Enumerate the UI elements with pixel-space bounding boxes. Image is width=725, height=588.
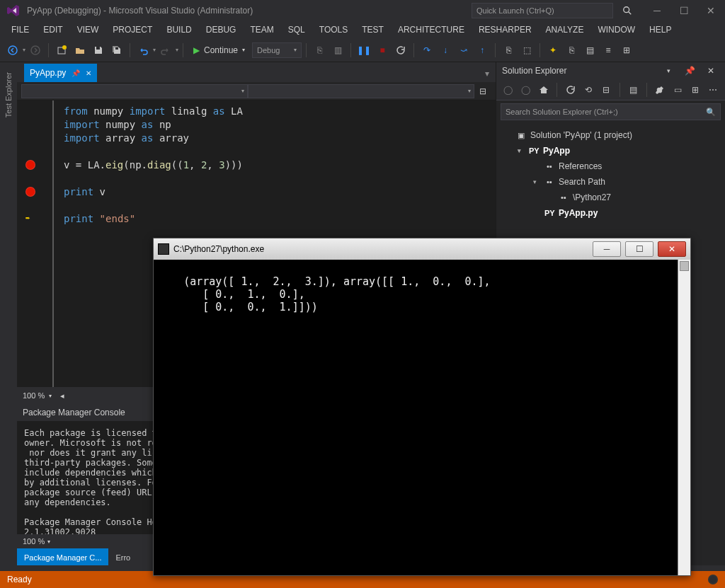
ref-icon: •▪ bbox=[544, 178, 554, 186]
menu-tools[interactable]: TOOLS bbox=[312, 22, 355, 38]
tab-overflow-icon[interactable]: ▾ bbox=[479, 65, 496, 82]
menu-team[interactable]: TEAM bbox=[243, 22, 280, 38]
refresh-icon[interactable] bbox=[563, 81, 578, 98]
preview-icon[interactable]: ▭ bbox=[670, 81, 685, 98]
dropdown-icon[interactable]: ▾ bbox=[660, 62, 677, 79]
close-icon[interactable]: ✕ bbox=[86, 69, 91, 77]
tree-row[interactable]: •▪\Python27 bbox=[499, 190, 722, 205]
step-over-icon[interactable]: ⤻ bbox=[455, 42, 472, 59]
tree-arrow-icon[interactable]: ▾ bbox=[533, 178, 540, 185]
show-all-icon[interactable]: ▤ bbox=[626, 81, 641, 98]
config-dropdown[interactable]: Debug ▾ bbox=[252, 42, 302, 58]
collapse-icon[interactable]: ⊟ bbox=[599, 81, 614, 98]
console-window: C:\Python27\python.exe ─ ☐ ✕ (array([ 1.… bbox=[153, 238, 691, 576]
save-icon[interactable] bbox=[90, 42, 107, 59]
document-tabs: PyApp.py 📌 ✕ ▾ bbox=[17, 62, 496, 82]
tree-row[interactable]: ▣Solution 'PyApp' (1 project) bbox=[499, 127, 722, 143]
scope-dropdown[interactable]: ▾ bbox=[21, 84, 248, 98]
console-title: C:\Python27\python.exe bbox=[173, 244, 264, 254]
tree-row[interactable]: ▾•▪Search Path bbox=[499, 174, 722, 190]
tree-arrow-icon[interactable]: ▾ bbox=[518, 147, 525, 154]
sync-icon[interactable]: ⟲ bbox=[581, 81, 595, 98]
console-maximize-button[interactable]: ☐ bbox=[625, 241, 653, 257]
step-next-icon[interactable]: ↷ bbox=[418, 42, 435, 59]
console-output[interactable]: (array([ 1., 2., 3.]), array([[ 1., 0., … bbox=[154, 260, 690, 575]
maximize-button[interactable]: ☐ bbox=[675, 4, 692, 17]
menu-edit[interactable]: EDIT bbox=[36, 22, 69, 38]
menu-help[interactable]: HELP bbox=[642, 22, 678, 38]
split-icon[interactable]: ⊟ bbox=[474, 83, 491, 100]
console-close-button[interactable]: ✕ bbox=[658, 241, 686, 257]
toolbar-icon[interactable]: ⊞ bbox=[618, 42, 635, 59]
pmc-zoom-dropdown[interactable]: 100 % bbox=[23, 537, 45, 546]
back-icon[interactable]: ◯ bbox=[501, 81, 515, 98]
minimize-button[interactable]: ─ bbox=[649, 4, 666, 17]
pause-icon[interactable]: ❚❚ bbox=[355, 42, 372, 59]
menu-architecture[interactable]: ARCHITECTURE bbox=[391, 22, 472, 38]
menu-resharper[interactable]: RESHARPER bbox=[472, 22, 539, 38]
tree-row[interactable]: •▪References bbox=[499, 158, 722, 174]
save-all-icon[interactable] bbox=[108, 42, 125, 59]
bottom-tab[interactable]: Package Manager C... bbox=[17, 548, 108, 565]
bottom-tab[interactable]: Erro bbox=[108, 548, 137, 565]
tree-label: Search Path bbox=[559, 177, 605, 187]
menu-file[interactable]: FILE bbox=[4, 22, 36, 38]
zoom-dropdown[interactable]: 100 % bbox=[23, 391, 45, 400]
menu-bar: FILEEDITVIEWPROJECTBUILDDEBUGTEAMSQLTOOL… bbox=[0, 21, 725, 38]
hscroll-left-icon[interactable]: ◂ bbox=[60, 391, 64, 400]
console-scrollbar[interactable] bbox=[678, 260, 690, 575]
toolbar-icon[interactable]: ⎘ bbox=[500, 42, 517, 59]
menu-view[interactable]: VIEW bbox=[70, 22, 106, 38]
breakpoint-icon[interactable] bbox=[25, 187, 35, 197]
console-minimize-button[interactable]: ─ bbox=[593, 241, 621, 257]
step-out-icon[interactable]: ↑ bbox=[474, 42, 491, 59]
toolbar-icon[interactable]: ▥ bbox=[329, 42, 346, 59]
close-icon[interactable]: ✕ bbox=[702, 62, 719, 79]
new-project-icon[interactable] bbox=[53, 42, 70, 59]
redo-icon[interactable] bbox=[157, 42, 174, 59]
home-icon[interactable] bbox=[536, 81, 551, 98]
solution-tree[interactable]: ▣Solution 'PyApp' (1 project)▾PYPyApp•▪R… bbox=[496, 123, 725, 225]
undo-icon[interactable] bbox=[135, 42, 152, 59]
search-icon[interactable] bbox=[619, 4, 636, 17]
pin-icon[interactable]: 📌 bbox=[681, 62, 698, 79]
open-file-icon[interactable] bbox=[72, 42, 89, 59]
fwd-icon[interactable]: ◯ bbox=[518, 81, 533, 98]
tree-row[interactable]: ▾PYPyApp bbox=[499, 143, 722, 158]
more-icon[interactable]: ⋯ bbox=[706, 81, 721, 98]
toolbar-icon[interactable]: ✦ bbox=[544, 42, 561, 59]
continue-button[interactable]: ▶ Continue ▾ bbox=[188, 42, 251, 59]
title-bar: PyApp (Debugging) - Microsoft Visual Stu… bbox=[0, 0, 725, 21]
menu-test[interactable]: TEST bbox=[355, 22, 391, 38]
test-explorer-tab[interactable]: Test Explorer bbox=[3, 68, 14, 122]
menu-build[interactable]: BUILD bbox=[159, 22, 198, 38]
menu-analyze[interactable]: ANALYZE bbox=[539, 22, 591, 38]
tree-row[interactable]: PYPyApp.py bbox=[499, 205, 722, 221]
menu-window[interactable]: WINDOW bbox=[590, 22, 642, 38]
pin-icon[interactable]: 📌 bbox=[72, 69, 80, 77]
console-title-bar[interactable]: C:\Python27\python.exe ─ ☐ ✕ bbox=[154, 238, 690, 260]
view-icon[interactable]: ⊞ bbox=[688, 81, 703, 98]
console-scrollbar-thumb[interactable] bbox=[680, 261, 689, 271]
menu-debug[interactable]: DEBUG bbox=[199, 22, 244, 38]
member-dropdown[interactable]: ▾ bbox=[248, 84, 474, 98]
toolbar-icon[interactable]: ⎘ bbox=[563, 42, 580, 59]
toolbar-icon[interactable]: ⎘ bbox=[311, 42, 328, 59]
restart-icon[interactable] bbox=[392, 42, 409, 59]
breakpoint-icon[interactable] bbox=[25, 160, 35, 170]
toolbar-icon[interactable]: ⬚ bbox=[518, 42, 535, 59]
menu-project[interactable]: PROJECT bbox=[105, 22, 159, 38]
nav-fwd-icon[interactable] bbox=[27, 42, 44, 59]
doc-tab-pyapp[interactable]: PyApp.py 📌 ✕ bbox=[24, 64, 97, 82]
stop-icon[interactable]: ■ bbox=[374, 42, 391, 59]
py-icon: PY bbox=[529, 146, 539, 155]
close-button[interactable]: ✕ bbox=[702, 4, 719, 17]
toolbar-icon[interactable]: ≡ bbox=[600, 42, 617, 59]
toolbar-icon[interactable]: ▤ bbox=[581, 42, 598, 59]
nav-back-icon[interactable] bbox=[4, 42, 21, 59]
quick-launch-input[interactable]: Quick Launch (Ctrl+Q) bbox=[472, 3, 613, 18]
properties-icon[interactable] bbox=[653, 81, 668, 98]
sln-search-input[interactable]: Search Solution Explorer (Ctrl+;) 🔍 bbox=[501, 103, 721, 120]
step-into-icon[interactable]: ↓ bbox=[437, 42, 454, 59]
menu-sql[interactable]: SQL bbox=[281, 22, 312, 38]
